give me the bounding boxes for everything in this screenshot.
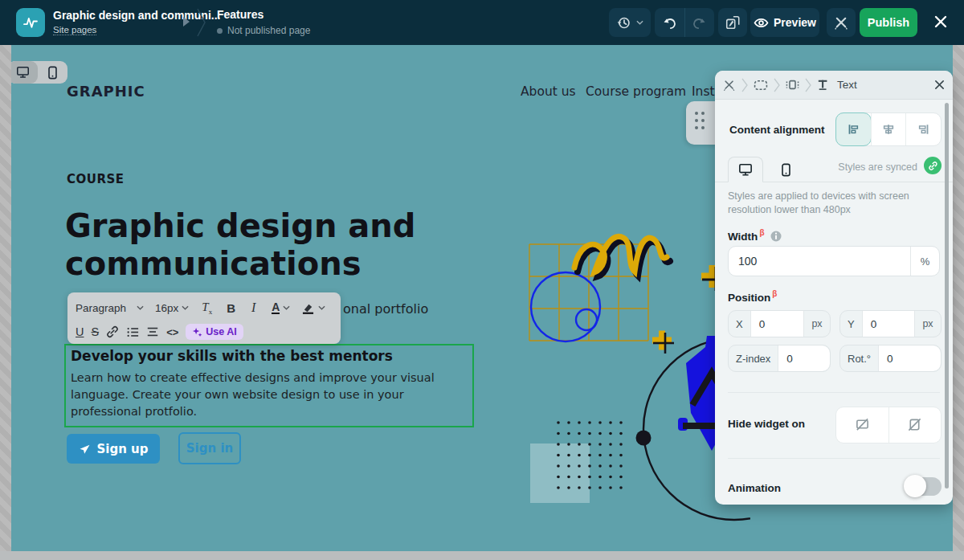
text-block-body[interactable]: Learn how to create effective designs an… <box>71 370 469 420</box>
styles-sync-toggle[interactable] <box>924 157 942 174</box>
text-align-button[interactable] <box>146 326 159 337</box>
nav-item-clipped[interactable]: Inst <box>692 84 715 99</box>
use-ai-button[interactable]: Use AI <box>186 324 243 340</box>
signup-label: Sign up <box>97 442 149 456</box>
chevron-down-icon[interactable] <box>182 305 189 310</box>
desktop-icon <box>16 66 30 79</box>
preview-label: Preview <box>774 16 816 29</box>
selected-text-widget[interactable]: Develop your skills with the best mentor… <box>64 344 474 427</box>
section-divider <box>728 458 940 459</box>
signup-button[interactable]: Sign up <box>67 434 160 464</box>
position-label: Positionβ <box>728 289 777 304</box>
underline-glyph: U <box>76 325 84 338</box>
send-icon <box>79 444 91 455</box>
hide-on-mobile-button[interactable] <box>888 407 942 443</box>
panel-scrollbar[interactable] <box>945 103 949 488</box>
position-x-group: X 0 px <box>728 310 831 337</box>
close-icon <box>933 14 948 29</box>
undo-button[interactable] <box>655 8 684 37</box>
redo-icon <box>692 15 707 30</box>
panel-mobile-tab[interactable] <box>768 157 803 182</box>
text-settings-panel: Text Content alignment Styles are <box>715 71 953 505</box>
highlight-button[interactable] <box>301 302 315 314</box>
animation-toggle[interactable] <box>906 477 942 496</box>
page-status: Not published page <box>217 25 310 36</box>
mobile-icon <box>781 163 791 177</box>
x-input[interactable]: 0 <box>750 311 804 337</box>
underline-button[interactable]: U <box>76 325 84 338</box>
color-glyph: A <box>272 301 280 313</box>
chevron-down-icon[interactable] <box>283 305 290 310</box>
hero-eyebrow[interactable]: COURSE <box>67 172 125 186</box>
panel-desktop-tab[interactable] <box>728 157 763 182</box>
numbered-list-button[interactable] <box>126 326 139 338</box>
panel-breadcrumb-bar: Text <box>715 71 953 100</box>
align-left-button[interactable] <box>835 112 872 146</box>
hide-widget-label: Hide widget on <box>728 418 805 430</box>
paragraph-style-dropdown[interactable]: Paragraph <box>76 302 133 314</box>
mobile-view-button[interactable] <box>38 61 67 84</box>
device-note: Styles are applied to devices with scree… <box>728 190 938 217</box>
text-block-heading[interactable]: Develop your skills with the best mentor… <box>71 348 393 364</box>
status-dot-icon <box>217 28 223 34</box>
zindex-group: Z-index 0 <box>728 345 831 372</box>
italic-glyph: I <box>251 300 255 315</box>
expand-triangle-icon[interactable] <box>183 17 190 27</box>
app-logo[interactable] <box>16 8 45 37</box>
align-center-button[interactable] <box>871 113 906 145</box>
paragraph-label: Paragraph <box>76 302 126 314</box>
rotation-input[interactable]: 0 <box>878 345 941 371</box>
editor-close-button[interactable] <box>929 11 952 34</box>
bold-button[interactable]: B <box>227 301 235 315</box>
chevron-down-icon[interactable] <box>137 305 144 310</box>
hero-decorative-graphics <box>485 206 750 543</box>
panel-close-button[interactable] <box>934 80 945 90</box>
desktop-view-button[interactable] <box>11 61 38 84</box>
publish-button[interactable]: Publish <box>860 8 917 37</box>
copy-style-button[interactable] <box>718 8 747 37</box>
width-value[interactable]: 100 <box>729 255 910 268</box>
align-center-icon <box>146 326 159 337</box>
site-pages-link[interactable]: Site pages <box>53 25 96 35</box>
align-right-button[interactable] <box>905 113 941 145</box>
font-size-dropdown[interactable]: 16px <box>155 302 178 314</box>
breadcrumb-widget-icon[interactable] <box>786 79 799 91</box>
code-button[interactable]: <> <box>166 326 178 338</box>
content-alignment-control <box>835 112 942 146</box>
text-color-button[interactable]: A <box>272 301 280 314</box>
signin-button[interactable]: Sign in <box>178 432 241 464</box>
preview-button[interactable]: Preview <box>750 8 819 37</box>
italic-button[interactable]: I <box>251 300 255 315</box>
hero-heading[interactable]: Graphic design and communications <box>65 207 415 283</box>
dot-graphic <box>636 431 652 446</box>
section-divider <box>728 392 940 393</box>
link-button[interactable] <box>106 325 119 338</box>
hide-on-desktop-button[interactable] <box>836 407 888 443</box>
breadcrumb-styles-icon[interactable] <box>723 79 736 92</box>
rotation-label: Rot.° <box>840 345 878 371</box>
y-input[interactable]: 0 <box>862 311 915 337</box>
workspace-bottom-strip <box>0 551 964 560</box>
history-button[interactable] <box>609 8 651 37</box>
styles-synced-label: Styles are synced <box>838 161 917 173</box>
font-size-label: 16px <box>155 302 178 314</box>
site-brand-logo[interactable]: GRAPHIC <box>67 83 145 100</box>
width-input[interactable]: 100 % <box>728 246 940 276</box>
page-name: Features <box>217 8 263 21</box>
eye-icon <box>754 17 769 29</box>
nav-item-about[interactable]: About us <box>521 84 576 99</box>
nav-item-course-program[interactable]: Course program <box>586 84 686 99</box>
hero-subtitle-partial[interactable]: onal portfolio <box>343 301 428 317</box>
canvas-device-toggle <box>11 61 67 84</box>
design-styles-button[interactable] <box>827 8 856 37</box>
redo-button[interactable] <box>684 8 715 37</box>
breadcrumb-section-icon[interactable] <box>754 80 768 91</box>
hide-widget-control <box>835 407 942 444</box>
width-label-text: Width <box>728 231 758 243</box>
clear-format-t: T <box>202 300 208 313</box>
clear-format-button[interactable]: Tx <box>202 300 212 316</box>
chevron-down-icon[interactable] <box>318 305 325 310</box>
strikethrough-button[interactable]: S <box>91 325 99 338</box>
zindex-input[interactable]: 0 <box>778 345 830 371</box>
info-icon[interactable] <box>770 231 782 242</box>
